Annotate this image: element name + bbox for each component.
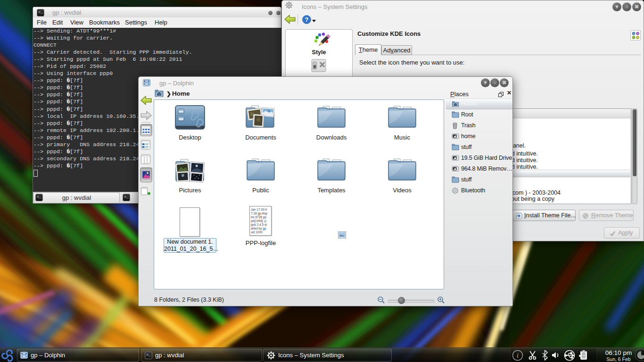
svg-text:?: ? bbox=[305, 16, 309, 23]
svg-text:i: i bbox=[517, 352, 519, 359]
